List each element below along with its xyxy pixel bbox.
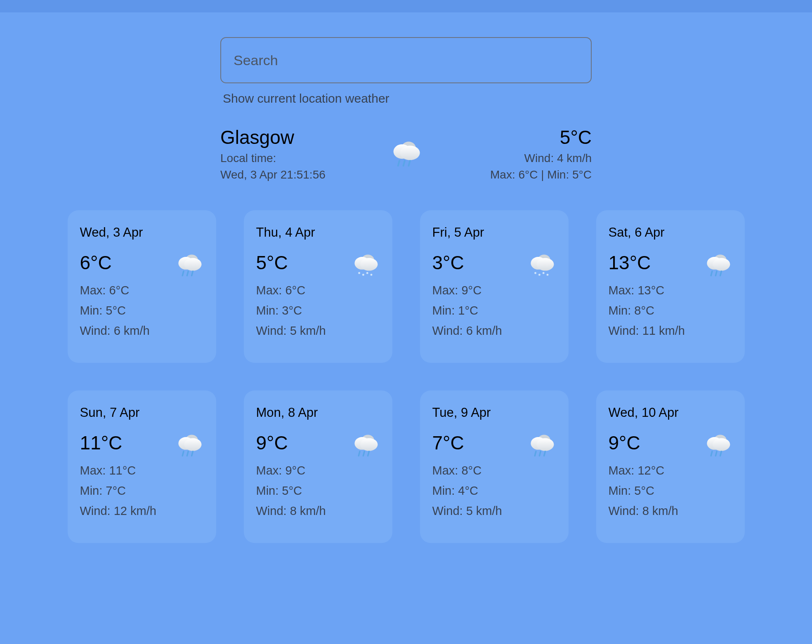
svg-line-9: [182, 271, 184, 276]
forecast-temp: 11°C: [80, 432, 123, 454]
weather-icon: [175, 428, 204, 457]
weather-icon: [703, 248, 732, 277]
forecast-card: Wed, 3 Apr 6°C Max: 6°C Min: 5°C: [68, 210, 216, 363]
svg-line-35: [182, 451, 184, 456]
svg-line-47: [535, 451, 536, 456]
forecast-min: Min: 5°C: [256, 484, 380, 498]
svg-point-18: [370, 274, 372, 276]
forecast-card: Mon, 8 Apr 9°C Max: 9°C Min: 5°C: [244, 390, 392, 543]
forecast-date: Thu, 4 Apr: [256, 225, 380, 240]
svg-line-53: [711, 451, 712, 456]
forecast-date: Mon, 8 Apr: [256, 405, 380, 420]
svg-line-30: [715, 271, 717, 276]
svg-line-49: [544, 451, 545, 456]
svg-line-31: [720, 271, 721, 276]
forecast-max: Max: 13°C: [609, 284, 732, 297]
svg-line-43: [368, 451, 369, 456]
forecast-max: Max: 6°C: [80, 284, 204, 297]
svg-point-8: [184, 258, 201, 271]
svg-line-29: [711, 271, 712, 276]
forecast-wind: Wind: 6 km/h: [80, 324, 204, 338]
svg-line-42: [363, 451, 364, 456]
svg-point-23: [538, 274, 540, 276]
forecast-card: Tue, 9 Apr 7°C Max: 8°C Min: 4°C: [420, 390, 569, 543]
forecast-card: Fri, 5 Apr 3°C Max: 9°C Min:: [420, 210, 569, 363]
forecast-wind: Wind: 5 km/h: [256, 324, 380, 338]
current-icon-wrap: [381, 126, 431, 169]
forecast-max: Max: 8°C: [432, 464, 556, 477]
current-location-link[interactable]: Show current location weather: [220, 92, 592, 106]
svg-line-10: [187, 271, 188, 276]
svg-point-22: [534, 272, 536, 274]
svg-line-11: [191, 271, 193, 276]
svg-line-3: [398, 161, 399, 166]
top-bar: [0, 0, 812, 12]
forecast-temp: 6°C: [80, 251, 112, 274]
current-temperature: 5°C: [431, 126, 592, 148]
svg-point-17: [366, 272, 368, 274]
weather-icon: [175, 248, 204, 277]
forecast-wind: Wind: 11 km/h: [609, 324, 732, 338]
forecast-temp: 3°C: [432, 251, 464, 274]
local-time-label: Local time:: [220, 152, 381, 165]
forecast-wind: Wind: 12 km/h: [80, 504, 204, 518]
current-wind: Wind: 4 km/h: [431, 152, 592, 165]
svg-line-54: [715, 451, 717, 456]
forecast-date: Wed, 10 Apr: [609, 405, 732, 420]
forecast-wind: Wind: 8 km/h: [609, 504, 732, 518]
forecast-min: Min: 5°C: [80, 304, 204, 317]
forecast-temp: 9°C: [256, 432, 288, 454]
forecast-date: Tue, 9 Apr: [432, 405, 556, 420]
svg-line-36: [187, 451, 188, 456]
main-container: Show current location weather Glasgow Lo…: [0, 12, 812, 543]
current-weather: Glasgow Local time: Wed, 3 Apr 21:51:56: [220, 126, 592, 181]
forecast-card: Wed, 10 Apr 9°C Max: 12°C Min: 5°C: [596, 390, 745, 543]
svg-line-41: [359, 451, 360, 456]
svg-line-5: [408, 161, 410, 166]
svg-line-37: [191, 451, 193, 456]
svg-line-55: [720, 451, 721, 456]
weather-icon: [527, 428, 556, 457]
svg-point-40: [360, 438, 378, 451]
weather-icon: [703, 428, 732, 457]
svg-line-4: [404, 161, 405, 166]
svg-point-21: [536, 258, 554, 271]
forecast-min: Min: 4°C: [432, 484, 556, 498]
current-left: Glasgow Local time: Wed, 3 Apr 21:51:56: [220, 126, 381, 181]
svg-point-16: [362, 274, 364, 276]
search-section: Show current location weather: [220, 37, 592, 106]
forecast-temp: 13°C: [609, 251, 651, 274]
svg-line-48: [539, 451, 541, 456]
local-time-value: Wed, 3 Apr 21:51:56: [220, 168, 381, 181]
forecast-wind: Wind: 5 km/h: [432, 504, 556, 518]
forecast-wind: Wind: 6 km/h: [432, 324, 556, 338]
forecast-temp: 5°C: [256, 251, 288, 274]
weather-icon: [389, 134, 423, 167]
current-right: 5°C Wind: 4 km/h Max: 6°C | Min: 5°C: [431, 126, 592, 181]
svg-point-34: [184, 438, 201, 451]
weather-icon: [351, 248, 380, 277]
svg-point-46: [536, 438, 554, 451]
forecast-card: Thu, 4 Apr 5°C Max: 6°C Min:: [244, 210, 392, 363]
forecast-max: Max: 9°C: [256, 464, 380, 477]
forecast-max: Max: 12°C: [609, 464, 732, 477]
forecast-date: Fri, 5 Apr: [432, 225, 556, 240]
forecast-card: Sun, 7 Apr 11°C Max: 11°C Min: 7°C: [68, 390, 216, 543]
forecast-min: Min: 7°C: [80, 484, 204, 498]
search-input[interactable]: [220, 37, 592, 83]
forecast-date: Sun, 7 Apr: [80, 405, 204, 420]
forecast-min: Min: 3°C: [256, 304, 380, 317]
forecast-min: Min: 5°C: [609, 484, 732, 498]
svg-point-2: [400, 146, 420, 160]
svg-point-24: [542, 272, 544, 274]
svg-point-15: [358, 272, 360, 274]
forecast-grid: Wed, 3 Apr 6°C Max: 6°C Min: 5°C: [66, 210, 746, 543]
forecast-temp: 9°C: [609, 432, 640, 454]
city-name: Glasgow: [220, 126, 381, 148]
forecast-card: Sat, 6 Apr 13°C Max: 13°C Min: 8°C: [596, 210, 745, 363]
forecast-wind: Wind: 8 km/h: [256, 504, 380, 518]
forecast-max: Max: 11°C: [80, 464, 204, 477]
svg-point-28: [713, 258, 730, 271]
svg-point-52: [713, 438, 730, 451]
forecast-temp: 7°C: [432, 432, 464, 454]
